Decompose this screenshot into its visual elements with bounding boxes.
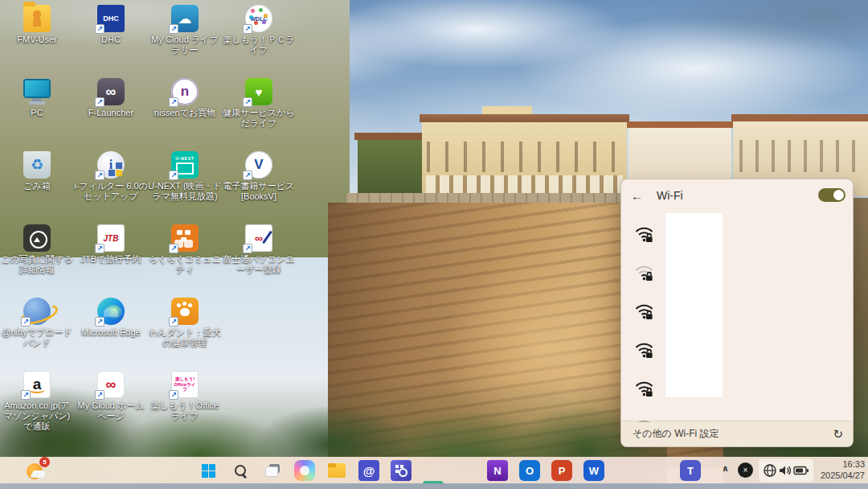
icon-label: らくらくコミュニティ xyxy=(148,254,222,275)
shortcut-arrow-icon: ↗ xyxy=(95,24,104,34)
teams-button[interactable]: T xyxy=(680,460,701,481)
folder-icon xyxy=(328,463,346,478)
icon-label: ごみ箱 xyxy=(0,181,74,191)
search-button[interactable] xyxy=(230,460,251,481)
icon-label: DHC xyxy=(74,35,148,45)
icon-label: Amazon.co.jp(アマゾンジャパン)で通販 xyxy=(0,401,74,433)
onenote-button[interactable]: N xyxy=(487,460,508,481)
shortcut-arrow-icon: ↗ xyxy=(21,317,31,327)
icon-label: nissenでお買物 xyxy=(148,108,222,118)
wifi-panel-header: ← Wi-Fi xyxy=(621,179,853,212)
desktop-icon-pc[interactable]: PC xyxy=(0,78,74,118)
desktop-icon-wandant[interactable]: ↗ わんダント：愛犬の健康管理 xyxy=(148,298,222,348)
wifi-lock-icon xyxy=(633,341,655,363)
windows-logo-icon xyxy=(202,464,215,478)
taskbar-clock[interactable]: 16:33 2025/04/27 xyxy=(807,459,865,482)
taskbar-background: 5 @ N O P W T ∧ × xyxy=(0,457,868,483)
desktop-icon-f-launcher[interactable]: ∞ ↗ F-Launcher xyxy=(74,78,148,118)
clock-time: 16:33 xyxy=(807,459,865,471)
file-explorer-button[interactable] xyxy=(326,460,347,481)
desktop-icon-jtb[interactable]: JTB ↗ JTBで旅行予約 xyxy=(74,224,148,265)
powerpoint-button[interactable]: P xyxy=(551,460,572,481)
icon-label: FMV-User xyxy=(0,35,74,45)
desktop-icon-wdlc-pclife[interactable]: WDLC ↗ 楽しもう！ＰＣライフ xyxy=(222,5,296,55)
shortcut-arrow-icon: ↗ xyxy=(95,171,104,180)
tray-chevron-icon[interactable]: ∧ xyxy=(722,463,729,474)
notification-badge: 5 xyxy=(39,457,50,467)
start-button[interactable] xyxy=(198,460,219,481)
back-icon[interactable]: ← xyxy=(631,189,647,203)
network-globe-icon xyxy=(763,463,777,478)
shortcut-arrow-icon: ↗ xyxy=(95,244,104,253)
wifi-toggle-knob xyxy=(833,190,844,200)
icon-label: 電子書籍サービス [BooksV] xyxy=(222,181,296,202)
shortcut-arrow-icon: ↗ xyxy=(169,244,178,253)
desktop-icon-edge[interactable]: ↗ Microsoft Edge xyxy=(74,298,148,338)
desktop-icon-dhc[interactable]: DHC ↗ DHC xyxy=(74,5,148,45)
clock-date: 2025/04/27 xyxy=(807,471,865,482)
wifi-lock-icon xyxy=(633,225,655,247)
icon-label: U-NEXT (映画・ドラマ無料見放題) xyxy=(148,181,222,202)
shortcut-arrow-icon: ↗ xyxy=(21,390,31,400)
more-wifi-settings-link[interactable]: その他の Wi-Fi 設定 xyxy=(633,427,719,441)
widgets-weather-button[interactable]: 5 xyxy=(26,459,48,482)
wifi-flyout-panel: ← Wi-Fi Bu Bu Bu Bu ctc xyxy=(620,179,854,447)
desktop-icon-photo-info[interactable]: この写真に関する詳細情報 xyxy=(0,224,74,275)
desktop-icon-mycloud-homepage[interactable]: ∞ ↗ My Cloud ホームページ xyxy=(74,371,148,421)
wifi-lock-icon xyxy=(633,380,655,401)
cloud-icon xyxy=(32,471,45,478)
desktop-icon-unext[interactable]: U-NEXT ↗ U-NEXT (映画・ドラマ無料見放題) xyxy=(148,151,222,202)
refresh-icon[interactable]: ↻ xyxy=(833,427,843,442)
icon-label: 健康サービスからだライフ xyxy=(222,108,296,129)
icon-label: PC xyxy=(0,108,74,118)
search-icon xyxy=(233,463,248,478)
shortcut-arrow-icon: ↗ xyxy=(169,97,178,107)
wifi-network-item[interactable]: Bu xyxy=(621,333,853,371)
task-view-button[interactable] xyxy=(262,460,283,481)
desktop-icon-ifilter[interactable]: i ↗ i-フィルター 6.0のセットアップ xyxy=(74,151,148,202)
shortcut-arrow-icon: ↗ xyxy=(95,317,104,327)
icon-label: @niftyでブロードバンド xyxy=(0,327,74,348)
speaker-icon xyxy=(778,464,792,477)
quick-settings-button[interactable] xyxy=(759,459,813,482)
shortcut-arrow-icon: ↗ xyxy=(95,97,104,107)
recycle-bin-icon: ♻ xyxy=(23,151,51,179)
desktop-icon-kenkou-service[interactable]: ♥ ↗ 健康サービスからだライフ xyxy=(222,78,296,129)
wifi-network-item[interactable]: ctc xyxy=(621,372,853,409)
shortcut-arrow-icon: ↗ xyxy=(95,390,104,400)
outlook-button[interactable]: O xyxy=(519,460,540,481)
tray-status-x-icon[interactable]: × xyxy=(738,462,753,478)
icon-label: 富士通パソコンユーザー登録 xyxy=(222,254,296,275)
shortcut-arrow-icon: ↗ xyxy=(243,24,252,34)
wifi-network-item[interactable]: Bu xyxy=(621,294,853,332)
shortcut-arrow-icon: ↗ xyxy=(169,390,178,400)
desktop-icon-mycloud-library[interactable]: ☁ ↗ My Cloud ライブラリー xyxy=(148,5,222,55)
shortcut-arrow-icon: ↗ xyxy=(243,97,252,107)
atmenu-button[interactable]: @ xyxy=(358,460,379,481)
desktop-icon-booksv[interactable]: V ↗ 電子書籍サービス [BooksV] xyxy=(222,151,296,202)
desktop-icon-fujitsu-user-reg[interactable]: ∞ ↗ 富士通パソコンユーザー登録 xyxy=(222,224,296,275)
desktop-icon-amazon[interactable]: a ↗ Amazon.co.jp(アマゾンジャパン)で通販 xyxy=(0,371,74,433)
wifi-network-item[interactable]: Bu xyxy=(621,217,853,255)
fujitsu-apps-button[interactable] xyxy=(391,460,411,481)
icon-label: F-Launcher xyxy=(74,108,148,118)
wifi-network-list: Bu Bu Bu Bu ctc xyxy=(621,210,853,422)
icon-label: 楽しもう！ＰＣライフ xyxy=(222,35,296,55)
icon-label: My Cloud ホームページ xyxy=(74,401,148,421)
word-button[interactable]: W xyxy=(583,460,604,481)
icon-label: この写真に関する詳細情報 xyxy=(0,254,74,275)
wifi-toggle[interactable] xyxy=(818,188,845,202)
shortcut-arrow-icon: ↗ xyxy=(169,24,178,34)
desktop-icon-nifty[interactable]: ↗ @niftyでブロードバンド xyxy=(0,298,74,348)
desktop-icon-fmv-user[interactable]: FMV-User xyxy=(0,5,74,45)
taskbar: 5 @ N O P W T ∧ × xyxy=(0,457,868,489)
icon-label: Microsoft Edge xyxy=(74,327,148,338)
desktop-icon-office-life[interactable]: 楽しもう! Officeライフ ↗ 楽しもう！Office ライフ xyxy=(148,371,222,421)
copilot-button[interactable] xyxy=(294,460,315,481)
desktop-icon-nissen[interactable]: n ↗ nissenでお買物 xyxy=(148,78,222,118)
folder-user-icon xyxy=(23,5,51,32)
wifi-panel-footer: その他の Wi-Fi 設定 ↻ xyxy=(621,421,853,446)
desktop-icon-rakuraku-community[interactable]: ↗ らくらくコミュニティ xyxy=(148,224,222,275)
desktop-icon-recycle-bin[interactable]: ♻ ごみ箱 xyxy=(0,151,74,191)
wifi-network-item[interactable]: Bu xyxy=(621,256,853,294)
